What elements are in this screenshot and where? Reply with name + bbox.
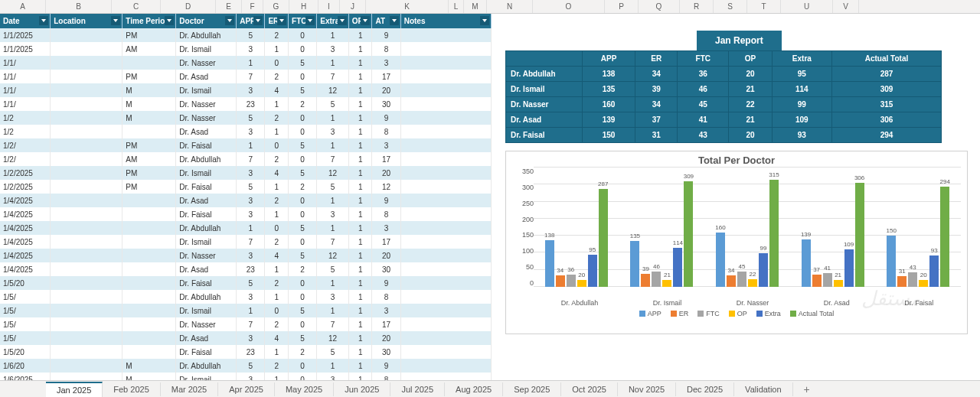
table-row[interactable]: 1/2Dr. Asad310318 bbox=[0, 125, 492, 138]
table-row[interactable]: 1/5/20Dr. Faisal520119 bbox=[0, 276, 492, 290]
col-header-J[interactable]: J bbox=[340, 0, 366, 13]
table-row[interactable]: 1/4/2025Dr. Ismail7207117 bbox=[0, 235, 492, 249]
bar-op: 20 bbox=[577, 280, 586, 287]
table-row[interactable]: 1/6/2025MDr. Ismail310318 bbox=[0, 373, 492, 380]
table-row[interactable]: 1/4/2025Dr. Abdullah105113 bbox=[0, 221, 492, 235]
col-header-B[interactable]: B bbox=[46, 0, 112, 13]
tab-aug-2025[interactable]: Aug 2025 bbox=[445, 382, 503, 396]
filter-icon[interactable] bbox=[225, 16, 234, 25]
summary-row[interactable]: Dr. Nasser16034452299315 bbox=[506, 97, 942, 112]
table-row[interactable]: 1/1/MDr. Nasser23125130 bbox=[0, 97, 492, 111]
col-header-P[interactable]: P bbox=[605, 0, 639, 13]
summary-row[interactable]: Dr. Ismail135394621114309 bbox=[506, 82, 942, 97]
table-row[interactable]: 1/2/AMDr. Abdullah7207117 bbox=[0, 152, 492, 166]
filter-icon[interactable] bbox=[480, 16, 489, 25]
header-at[interactable]: AT bbox=[372, 14, 400, 28]
x-label: Dr. Abdullah bbox=[561, 299, 599, 307]
table-row[interactable]: 1/5/Dr. Nasser7207117 bbox=[0, 317, 492, 331]
filter-icon[interactable] bbox=[305, 16, 315, 25]
col-header-G[interactable]: G bbox=[263, 0, 289, 13]
table-row[interactable]: 1/1/Dr. Nasser105113 bbox=[0, 56, 492, 70]
add-sheet-button[interactable]: + bbox=[793, 383, 821, 395]
table-row[interactable]: 1/5/20Dr. Faisal23125130 bbox=[0, 345, 492, 359]
bar-group: 13834362095287 bbox=[545, 189, 608, 287]
col-header-M[interactable]: M bbox=[464, 0, 487, 13]
table-row[interactable]: 1/2/2025PMDr. Faisal5125112 bbox=[0, 180, 492, 194]
header-time-period[interactable]: Time Period bbox=[122, 14, 176, 28]
filter-icon[interactable] bbox=[165, 16, 174, 25]
table-row[interactable]: 1/4/2025Dr. Asad320119 bbox=[0, 194, 492, 207]
table-row[interactable]: 1/5/Dr. Asad34512120 bbox=[0, 331, 492, 345]
summary-header: OP bbox=[729, 51, 773, 67]
col-header-O[interactable]: O bbox=[533, 0, 605, 13]
chart-total-per-doctor[interactable]: Total Per Doctor 350300250200150100500 1… bbox=[505, 151, 968, 334]
col-header-U[interactable]: U bbox=[781, 0, 833, 13]
table-row[interactable]: 1/6/20MDr. Abdullah520119 bbox=[0, 359, 492, 373]
table-row[interactable]: 1/1/MDr. Ismail34512120 bbox=[0, 83, 492, 97]
col-header-D[interactable]: D bbox=[161, 0, 216, 13]
tab-jan-2025[interactable]: Jan 2025 bbox=[46, 382, 103, 397]
col-header-Q[interactable]: Q bbox=[639, 0, 680, 13]
col-header-H[interactable]: H bbox=[289, 0, 318, 13]
summary-row[interactable]: Dr. Faisal15031432093294 bbox=[506, 128, 942, 143]
summary-row[interactable]: Dr. Asad139374121109306 bbox=[506, 112, 942, 128]
tab-oct-2025[interactable]: Oct 2025 bbox=[561, 382, 618, 396]
col-header-L[interactable]: L bbox=[449, 0, 464, 13]
col-header-R[interactable]: R bbox=[680, 0, 714, 13]
bar-actual-total: 309 bbox=[684, 181, 693, 287]
table-row[interactable]: 1/2/2025PMDr. Ismail34512120 bbox=[0, 166, 492, 180]
filter-icon[interactable] bbox=[390, 16, 399, 25]
header-app[interactable]: APP bbox=[237, 14, 265, 28]
tab-validation[interactable]: Validation bbox=[734, 382, 793, 396]
tab-mar-2025[interactable]: Mar 2025 bbox=[161, 382, 218, 396]
tab-nov-2025[interactable]: Nov 2025 bbox=[618, 382, 676, 396]
tab-feb-2025[interactable]: Feb 2025 bbox=[103, 382, 160, 396]
filter-icon[interactable] bbox=[361, 16, 370, 25]
col-header-A[interactable]: A bbox=[0, 0, 46, 13]
filter-icon[interactable] bbox=[39, 16, 48, 25]
col-header-T[interactable]: T bbox=[747, 0, 781, 13]
col-header-K[interactable]: K bbox=[366, 0, 449, 13]
legend-item: OP bbox=[729, 310, 747, 317]
tab-jul-2025[interactable]: Jul 2025 bbox=[390, 382, 445, 396]
table-row[interactable]: 1/2MDr. Nasser520119 bbox=[0, 111, 492, 125]
filter-icon[interactable] bbox=[253, 16, 263, 25]
col-header-S[interactable]: S bbox=[714, 0, 747, 13]
filter-icon[interactable] bbox=[338, 16, 347, 25]
tab-jun-2025[interactable]: Jun 2025 bbox=[334, 382, 390, 396]
filter-icon[interactable] bbox=[111, 16, 120, 25]
header-extra[interactable]: Extra bbox=[317, 14, 349, 28]
summary-table[interactable]: APPERFTCOPExtraActual Total Dr. Abdullah… bbox=[505, 50, 942, 143]
tab-dec-2025[interactable]: Dec 2025 bbox=[676, 382, 734, 396]
header-er[interactable]: ER bbox=[265, 14, 289, 28]
table-row[interactable]: 1/2/PMDr. Faisal105113 bbox=[0, 138, 492, 152]
tab-apr-2025[interactable]: Apr 2025 bbox=[218, 382, 275, 396]
col-header-C[interactable]: C bbox=[112, 0, 161, 13]
table-row[interactable]: 1/4/2025Dr. Nasser34512120 bbox=[0, 249, 492, 262]
header-notes[interactable]: Notes bbox=[400, 14, 491, 28]
table-row[interactable]: 1/5/Dr. Abdullah310318 bbox=[0, 290, 492, 304]
main-data-table[interactable]: DateLocationTime PeriodDoctorAPPERFTCExt… bbox=[0, 14, 492, 380]
header-location[interactable]: Location bbox=[51, 14, 122, 28]
header-date[interactable]: Date bbox=[0, 14, 51, 28]
col-header-V[interactable]: V bbox=[833, 0, 859, 13]
col-header-F[interactable]: F bbox=[242, 0, 263, 13]
header-op[interactable]: OP bbox=[348, 14, 372, 28]
table-row[interactable]: 1/5/Dr. Ismail105113 bbox=[0, 304, 492, 317]
header-ftc[interactable]: FTC bbox=[289, 14, 317, 28]
tab-sep-2025[interactable]: Sep 2025 bbox=[503, 382, 561, 396]
filter-icon[interactable] bbox=[277, 16, 286, 25]
table-row[interactable]: 1/1/2025AMDr. Ismail310318 bbox=[0, 42, 492, 56]
sheet-tab-bar[interactable]: Jan 2025Feb 2025Mar 2025Apr 2025May 2025… bbox=[0, 380, 980, 397]
table-row[interactable]: 1/4/2025Dr. Asad23125130 bbox=[0, 262, 492, 276]
legend-item: Actual Total bbox=[790, 310, 834, 317]
tab-may-2025[interactable]: May 2025 bbox=[275, 382, 334, 396]
summary-row[interactable]: Dr. Abdullah13834362095287 bbox=[506, 67, 942, 82]
col-header-N[interactable]: N bbox=[487, 0, 533, 13]
header-doctor[interactable]: Doctor bbox=[176, 14, 237, 28]
col-header-I[interactable]: I bbox=[318, 0, 340, 13]
table-row[interactable]: 1/1/2025PMDr. Abdullah520119 bbox=[0, 28, 492, 42]
table-row[interactable]: 1/1/PMDr. Asad7207117 bbox=[0, 70, 492, 83]
table-row[interactable]: 1/4/2025Dr. Faisal310318 bbox=[0, 207, 492, 221]
col-header-E[interactable]: E bbox=[216, 0, 242, 13]
